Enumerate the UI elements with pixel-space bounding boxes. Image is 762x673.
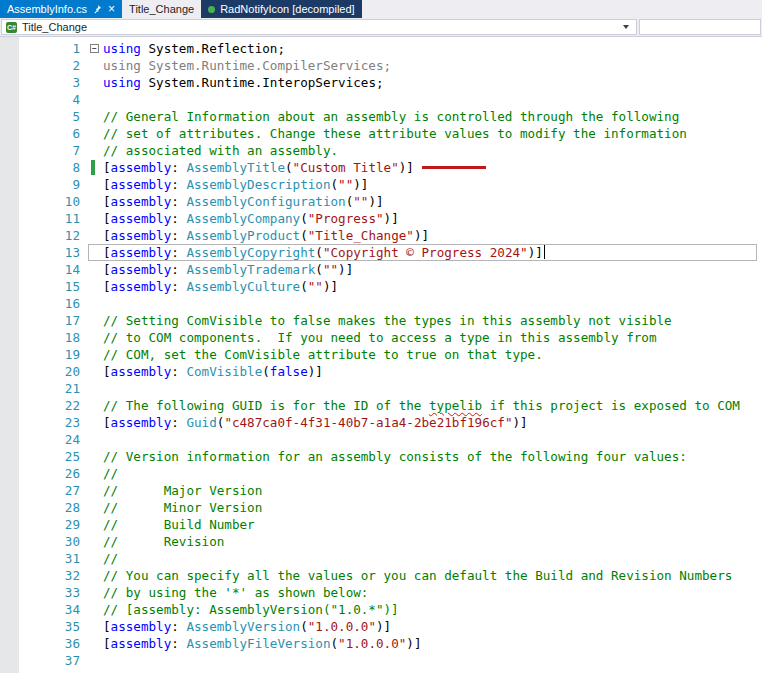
code-line[interactable]: 35[assembly: AssemblyVersion("1.0.0.0")] <box>0 618 762 635</box>
glyph-margin <box>88 74 103 91</box>
code-line[interactable]: 6// set of attributes. Change these attr… <box>0 125 762 142</box>
code-line[interactable]: 27// Major Version <box>0 482 762 499</box>
line-number: 30 <box>0 533 80 550</box>
line-number: 20 <box>0 363 80 380</box>
line-number: 8 <box>0 159 80 176</box>
code-line[interactable]: 25// Version information for an assembly… <box>0 448 762 465</box>
code-line[interactable]: 22// The following GUID is for the ID of… <box>0 397 762 414</box>
code-line[interactable]: 37 <box>0 652 762 669</box>
glyph-margin <box>88 125 103 142</box>
tab-title-change[interactable]: Title_Change <box>122 0 201 18</box>
glyph-margin <box>88 397 103 414</box>
code-line[interactable]: 10[assembly: AssemblyConfiguration("")] <box>0 193 762 210</box>
glyph-margin <box>88 465 103 482</box>
line-number: 9 <box>0 176 80 193</box>
code-line[interactable]: 31// <box>0 550 762 567</box>
code-editor[interactable]: 1−using System.Reflection;2using System.… <box>0 37 762 673</box>
code-line[interactable]: 29// Build Number <box>0 516 762 533</box>
code-line[interactable]: 1−using System.Reflection; <box>0 40 762 57</box>
code-line[interactable]: 21 <box>0 380 762 397</box>
glyph-margin <box>88 142 103 159</box>
code-line[interactable]: 18// to COM components. If you need to a… <box>0 329 762 346</box>
code-line[interactable]: 5// General Information about an assembl… <box>0 108 762 125</box>
glyph-margin <box>88 499 103 516</box>
close-icon[interactable]: × <box>108 4 115 14</box>
code-line[interactable]: 15[assembly: AssemblyCulture("")] <box>0 278 762 295</box>
glyph-margin <box>88 431 103 448</box>
glyph-margin <box>88 210 103 227</box>
code-line[interactable]: 26// <box>0 465 762 482</box>
glyph-margin <box>88 414 103 431</box>
code-line[interactable]: 8[assembly: AssemblyTitle("Custom Title"… <box>0 159 762 176</box>
glyph-margin <box>88 601 103 618</box>
glyph-margin <box>88 57 103 74</box>
code-line[interactable]: 14[assembly: AssemblyTrademark("")] <box>0 261 762 278</box>
glyph-margin <box>88 584 103 601</box>
glyph-margin <box>88 363 103 380</box>
line-number: 15 <box>0 278 80 295</box>
line-number: 3 <box>0 74 80 91</box>
line-number: 25 <box>0 448 80 465</box>
code-line[interactable]: 2using System.Runtime.CompilerServices; <box>0 57 762 74</box>
tab-label: Title_Change <box>129 3 194 15</box>
code-line[interactable]: 3using System.Runtime.InteropServices; <box>0 74 762 91</box>
line-number: 36 <box>0 635 80 652</box>
code-line[interactable]: 7// associated with an assembly. <box>0 142 762 159</box>
glyph-margin <box>88 635 103 652</box>
glyph-margin <box>88 652 103 669</box>
code-line[interactable]: 9[assembly: AssemblyDescription("")] <box>0 176 762 193</box>
line-number: 26 <box>0 465 80 482</box>
line-number: 33 <box>0 584 80 601</box>
code-line[interactable]: 11[assembly: AssemblyCompany("Progress")… <box>0 210 762 227</box>
glyph-margin <box>88 159 103 176</box>
glyph-margin <box>88 244 103 261</box>
line-number: 23 <box>0 414 80 431</box>
code-line[interactable]: 33// by using the '*' as shown below: <box>0 584 762 601</box>
csharp-project-icon: C# <box>6 22 17 33</box>
line-number: 2 <box>0 57 80 74</box>
glyph-margin <box>88 193 103 210</box>
glyph-margin <box>88 482 103 499</box>
line-number: 16 <box>0 295 80 312</box>
code-line[interactable]: 13[assembly: AssemblyCopyright("Copyrigh… <box>0 244 762 261</box>
code-area[interactable]: 1−using System.Reflection;2using System.… <box>0 40 762 669</box>
line-number: 22 <box>0 397 80 414</box>
line-number: 12 <box>0 227 80 244</box>
glyph-margin <box>88 227 103 244</box>
code-line[interactable]: 24 <box>0 431 762 448</box>
code-line[interactable]: 28// Minor Version <box>0 499 762 516</box>
line-number: 4 <box>0 91 80 108</box>
tab-assemblyinfo[interactable]: AssemblyInfo.cs × <box>0 0 122 18</box>
glyph-margin <box>88 176 103 193</box>
code-line[interactable]: 23[assembly: Guid("c487ca0f-4f31-40b7-a1… <box>0 414 762 431</box>
tab-radnotifyicon-decompiled[interactable]: RadNotifyIcon [decompiled] <box>201 0 362 18</box>
code-line[interactable]: 17// Setting ComVisible to false makes t… <box>0 312 762 329</box>
line-number: 24 <box>0 431 80 448</box>
collapse-toggle-icon[interactable]: − <box>90 44 99 53</box>
line-number: 1 <box>0 40 80 57</box>
code-line[interactable]: 16 <box>0 295 762 312</box>
code-line[interactable]: 12[assembly: AssemblyProduct("Title_Chan… <box>0 227 762 244</box>
code-line[interactable]: 32// You can specify all the values or y… <box>0 567 762 584</box>
project-dropdown[interactable]: C# Title_Change <box>1 19 637 35</box>
glyph-margin <box>88 312 103 329</box>
code-line[interactable]: 34// [assembly: AssemblyVersion("1.0.*")… <box>0 601 762 618</box>
glyph-margin <box>88 618 103 635</box>
line-number: 29 <box>0 516 80 533</box>
code-line[interactable]: 19// COM, set the ComVisible attribute t… <box>0 346 762 363</box>
glyph-margin <box>88 108 103 125</box>
member-dropdown[interactable] <box>639 19 761 35</box>
code-line[interactable]: 20[assembly: ComVisible(false)] <box>0 363 762 380</box>
code-line[interactable]: 36[assembly: AssemblyFileVersion("1.0.0.… <box>0 635 762 652</box>
line-number: 31 <box>0 550 80 567</box>
red-annotation-line <box>422 166 486 169</box>
decompiled-file-icon <box>208 6 215 13</box>
code-line[interactable]: 4 <box>0 91 762 108</box>
pin-icon[interactable] <box>92 4 102 14</box>
line-number: 19 <box>0 346 80 363</box>
line-number: 32 <box>0 567 80 584</box>
glyph-margin: − <box>88 40 103 57</box>
change-tracking-bar <box>91 160 95 175</box>
line-number: 21 <box>0 380 80 397</box>
code-line[interactable]: 30// Revision <box>0 533 762 550</box>
